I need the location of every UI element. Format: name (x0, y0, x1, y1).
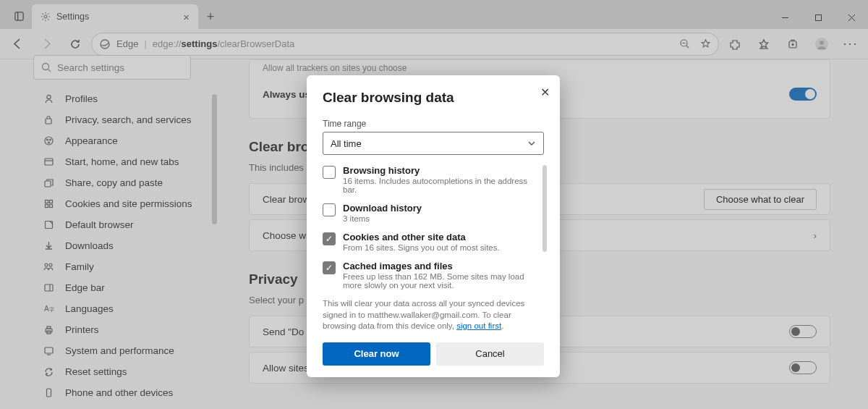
option-sub: 3 items (343, 214, 422, 223)
clear-data-option[interactable]: Browsing history16 items. Includes autoc… (323, 165, 537, 194)
time-range-select[interactable]: All time (323, 132, 544, 155)
checkbox[interactable]: ✓ (323, 261, 336, 274)
option-sub: 16 items. Includes autocompletions in th… (343, 177, 537, 194)
checkbox[interactable] (323, 166, 336, 179)
option-title: Cookies and other site data (343, 232, 500, 243)
chevron-down-icon (527, 139, 536, 148)
dialog-close-button[interactable]: ✕ (540, 85, 550, 99)
sign-out-link[interactable]: sign out first (456, 321, 501, 330)
sync-note: This will clear your data across all you… (323, 298, 544, 332)
time-range-label: Time range (323, 119, 544, 129)
checkbox[interactable]: ✓ (323, 232, 336, 245)
clear-browsing-data-dialog: ✕ Clear browsing data Time range All tim… (307, 75, 560, 377)
option-title: Cached images and files (343, 261, 537, 271)
cancel-button[interactable]: Cancel (436, 342, 544, 366)
dialog-list-scrollbar[interactable] (542, 165, 547, 252)
clear-data-option[interactable]: Download history3 items (323, 203, 537, 223)
option-sub: Frees up less than 162 MB. Some sites ma… (343, 272, 537, 290)
option-title: Browsing history (343, 165, 537, 176)
option-sub: From 16 sites. Signs you out of most sit… (343, 243, 500, 252)
clear-now-button[interactable]: Clear now (323, 342, 430, 366)
clear-data-option[interactable]: ✓Cached images and filesFrees up less th… (323, 261, 537, 290)
dialog-title: Clear browsing data (323, 90, 544, 106)
option-title: Download history (343, 203, 422, 214)
checkbox[interactable] (323, 203, 336, 216)
clear-data-option[interactable]: ✓Cookies and other site dataFrom 16 site… (323, 232, 537, 252)
